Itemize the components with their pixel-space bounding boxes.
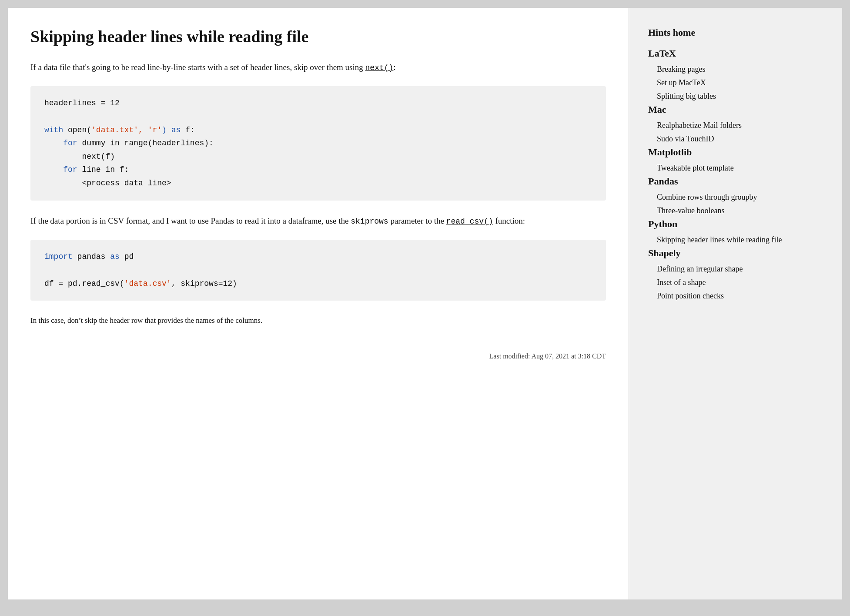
- read-csv-code: read_csv(): [446, 217, 493, 226]
- cb1-for1-kw: for: [44, 139, 77, 147]
- code-block-1: headerlines = 12 with open('data.txt', '…: [30, 86, 606, 200]
- sidebar-title-matplotlib: Matplotlib: [648, 147, 825, 158]
- sidebar-link-mail-folders[interactable]: Realphabetize Mail folders: [648, 120, 825, 131]
- cb2-pandas: pandas: [73, 252, 110, 261]
- cb2-csv-str: 'data.csv': [124, 279, 171, 288]
- intro-text-1-end: :: [393, 63, 395, 72]
- sidebar-link-point-position[interactable]: Point position checks: [648, 290, 825, 302]
- sidebar-section-mac: Mac Realphabetize Mail folders Sudo via …: [648, 104, 825, 145]
- cb2-df-start: df = pd.read_csv(: [44, 279, 124, 288]
- sidebar-title-shapely: Shapely: [648, 248, 825, 259]
- mid-text-1: If the data portion is in CSV format, an…: [30, 216, 351, 225]
- sidebar-section-python: Python Skipping header lines while readi…: [648, 218, 825, 246]
- cb1-process: <process data line>: [44, 179, 171, 187]
- sidebar-title-pandas: Pandas: [648, 176, 825, 187]
- hints-home-link[interactable]: Hints home: [648, 27, 825, 38]
- sidebar-link-plot-template[interactable]: Tweakable plot template: [648, 162, 825, 174]
- sidebar-title-mac: Mac: [648, 104, 825, 115]
- sidebar-title-latex: LaTeX: [648, 48, 825, 59]
- cb2-blank: [44, 266, 49, 275]
- cb2-df-end: , skiprows=12): [171, 279, 237, 288]
- main-content: Skipping header lines while reading file…: [8, 8, 629, 599]
- sidebar: Hints home LaTeX Breaking pages Set up M…: [629, 8, 842, 599]
- cb1-next: next(f): [44, 152, 115, 161]
- cb1-for2-kw: for: [44, 165, 77, 174]
- sidebar-section-pandas: Pandas Combine rows through groupby Thre…: [648, 176, 825, 217]
- sidebar-link-mactex[interactable]: Set up MacTeX: [648, 77, 825, 89]
- sidebar-link-combine-rows[interactable]: Combine rows through groupby: [648, 191, 825, 203]
- cb1-open: open(: [63, 126, 91, 134]
- sidebar-link-inset-shape[interactable]: Inset of a shape: [648, 277, 825, 288]
- code-block-2: import pandas as pd df = pd.read_csv('da…: [30, 240, 606, 301]
- cb1-f: f:: [181, 126, 194, 134]
- page-title: Skipping header lines while reading file: [30, 27, 606, 47]
- cb2-as-kw: as: [110, 252, 120, 261]
- skiprows-code: skiprows: [351, 217, 388, 226]
- sidebar-link-sudo-touchid[interactable]: Sudo via TouchID: [648, 133, 825, 145]
- mid-paragraph-1: If the data portion is in CSV format, an…: [30, 214, 606, 228]
- cb1-data-str: 'data.txt', 'r': [91, 126, 162, 134]
- mid-text-1-mid: parameter to the: [388, 216, 446, 225]
- sidebar-link-three-value[interactable]: Three-value booleans: [648, 205, 825, 217]
- sidebar-link-breaking-pages[interactable]: Breaking pages: [648, 64, 825, 75]
- sidebar-section-shapely: Shapely Defining an irregular shape Inse…: [648, 248, 825, 302]
- mid-text-1-end: function:: [493, 216, 525, 225]
- cb2-pd: pd: [120, 252, 134, 261]
- sidebar-link-skipping-headers[interactable]: Skipping header lines while reading file: [648, 234, 825, 246]
- intro-paragraph-1: If a data file that's going to be read l…: [30, 61, 606, 74]
- cb1-line1: headerlines = 12: [44, 99, 120, 107]
- cb1-for1-end: dummy in range(headerlines):: [77, 139, 214, 147]
- last-modified: Last modified: Aug 07, 2021 at 3:18 CDT: [30, 352, 606, 360]
- cb1-for2-end: line in f:: [77, 165, 129, 174]
- intro-text-1: If a data file that's going to be read l…: [30, 63, 365, 72]
- sidebar-section-matplotlib: Matplotlib Tweakable plot template: [648, 147, 825, 174]
- cb1-with-kw: with: [44, 126, 63, 134]
- next-code: next(): [365, 64, 394, 72]
- sidebar-title-python: Python: [648, 218, 825, 230]
- sidebar-link-irregular-shape[interactable]: Defining an irregular shape: [648, 263, 825, 275]
- sidebar-link-splitting-tables[interactable]: Splitting big tables: [648, 90, 825, 102]
- cb1-line2: [44, 112, 49, 121]
- page-wrapper: Skipping header lines while reading file…: [8, 8, 842, 599]
- cb1-as-kw: ) as: [162, 126, 181, 134]
- sidebar-section-latex: LaTeX Breaking pages Set up MacTeX Split…: [648, 48, 825, 102]
- footer-paragraph: In this case, don’t skip the header row …: [30, 315, 606, 326]
- cb2-import-kw: import: [44, 252, 73, 261]
